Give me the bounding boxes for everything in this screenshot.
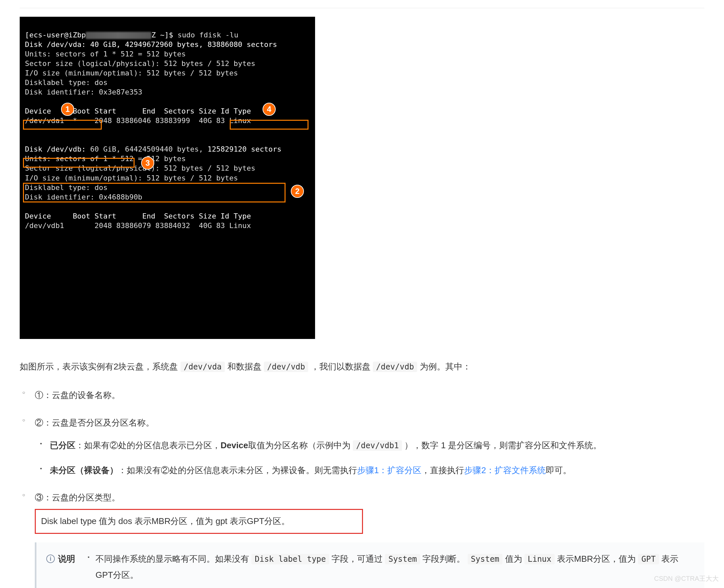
- note-callout: i 说明 不同操作系统的显示略有不同。如果没有 Disk label type …: [35, 542, 704, 588]
- item-3: ③：云盘的分区类型。 Disk label type 值为 dos 表示MBR分…: [35, 489, 704, 588]
- highlight-disk-vdb: [23, 120, 102, 130]
- red-highlight-box: Disk label type 值为 dos 表示MBR分区，值为 gpt 表示…: [35, 509, 363, 533]
- code-gpt: GPT: [638, 554, 659, 564]
- note-title: 说明: [58, 551, 75, 567]
- item-2-unpartitioned: 未分区（裸设备）：如果没有②处的分区信息表示未分区，为裸设备。则无需执行步骤1：…: [50, 462, 704, 478]
- badge-3: 3: [141, 156, 154, 170]
- highlight-disklabel: [23, 158, 135, 168]
- intro-paragraph: 如图所示，表示该实例有2块云盘，系统盘 /dev/vda 和数据盘 /dev/v…: [20, 359, 704, 375]
- badge-2: 2: [291, 185, 304, 198]
- code-linux: Linux: [524, 554, 555, 564]
- code-system-2: System: [468, 554, 503, 564]
- code-system: System: [385, 554, 420, 564]
- watermark: CSDN @CTRA王大大: [654, 572, 719, 585]
- code-vdb-2: /dev/vdb: [373, 362, 417, 372]
- item-1: ①：云盘的设备名称。: [35, 387, 704, 403]
- item-2-partitioned: 已分区：如果有②处的分区信息表示已分区，Device取值为分区名称（示例中为 /…: [50, 437, 704, 454]
- code-disklabeltype: Disk label type: [251, 554, 329, 564]
- link-step2[interactable]: 步骤2：扩容文件系统: [464, 465, 545, 475]
- highlight-partition-row: [23, 183, 286, 203]
- badge-1: 1: [61, 103, 74, 116]
- hostname-blur: [86, 32, 151, 39]
- code-vdb: /dev/vdb: [264, 362, 309, 372]
- badge-4: 4: [263, 103, 276, 116]
- terminal-output: [ecs-user@iZbpZ ~]$ sudo fdisk -lu Disk …: [20, 17, 315, 339]
- highlight-sectors: [230, 120, 309, 130]
- code-vdb1: /dev/vdb1: [353, 440, 402, 451]
- link-step1[interactable]: 步骤1：扩容分区: [357, 465, 421, 475]
- top-divider: [20, 8, 704, 8]
- info-icon: i: [46, 554, 55, 563]
- code-vda: /dev/vda: [181, 362, 225, 372]
- item-2: ②：云盘是否分区及分区名称。 已分区：如果有②处的分区信息表示已分区，Devic…: [35, 415, 704, 478]
- note-line-1: 不同操作系统的显示略有不同。如果没有 Disk label type 字段，可通…: [96, 551, 695, 583]
